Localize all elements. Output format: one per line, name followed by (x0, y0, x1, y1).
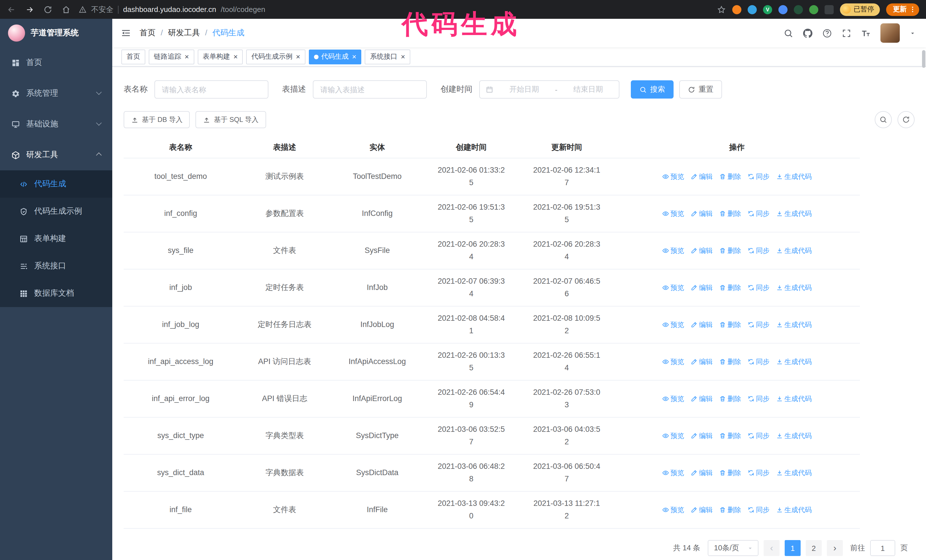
generate-code-button[interactable]: 生成代码 (776, 207, 812, 220)
edit-button[interactable]: 编辑 (690, 245, 713, 257)
generate-code-button[interactable]: 生成代码 (776, 318, 812, 331)
sync-button[interactable]: 同步 (747, 355, 770, 368)
sql-import-button[interactable]: 基于 SQL 导入 (196, 111, 266, 128)
reload-icon[interactable] (43, 5, 53, 14)
avatar-caret-icon[interactable] (909, 30, 916, 36)
back-icon[interactable] (7, 5, 16, 14)
create-time-range-picker[interactable]: 开始日期 - 结束日期 (479, 80, 619, 98)
preview-button[interactable]: 预览 (662, 355, 684, 368)
prev-page-button[interactable]: ‹ (764, 540, 779, 556)
fullscreen-icon[interactable] (842, 28, 851, 38)
generate-code-button[interactable]: 生成代码 (776, 355, 812, 368)
extension-icon-6[interactable] (809, 5, 818, 14)
tab-3[interactable]: 表单构建× (197, 49, 243, 64)
edit-button[interactable]: 编辑 (690, 392, 713, 405)
breadcrumb-item-2[interactable]: 研发工具 (168, 28, 213, 38)
preview-button[interactable]: 预览 (662, 318, 684, 331)
paused-badge[interactable]: 已暂停 (840, 3, 880, 16)
extension-icon-4[interactable] (778, 5, 788, 14)
db-import-button[interactable]: 基于 DB 导入 (124, 111, 190, 128)
sidebar-item-3[interactable]: 基础设施 (0, 109, 112, 140)
tab-2[interactable]: 链路追踪× (149, 49, 194, 64)
update-button[interactable]: 更新 (886, 3, 919, 16)
generate-code-button[interactable]: 生成代码 (776, 281, 812, 294)
sync-button[interactable]: 同步 (747, 281, 770, 294)
delete-button[interactable]: 删除 (719, 466, 741, 479)
search-button[interactable]: 搜索 (631, 80, 673, 98)
bookmark-star-icon[interactable] (717, 5, 726, 14)
user-avatar[interactable] (881, 23, 900, 43)
breadcrumb-item-1[interactable]: 首页 (139, 28, 168, 38)
delete-button[interactable]: 删除 (719, 171, 741, 183)
sidebar-subitem-3[interactable]: 表单构建 (0, 225, 112, 252)
sidebar-logo[interactable]: 芋道管理系统 (0, 19, 112, 47)
address-bar[interactable]: 不安全 dashboard.yudao.iocoder.cn/tool/code… (79, 4, 710, 15)
browser-home-icon[interactable] (62, 5, 71, 14)
extension-icon-2[interactable] (747, 5, 757, 14)
sidebar-subitem-1[interactable]: 代码生成 (0, 171, 112, 198)
close-tab-icon[interactable]: × (352, 53, 356, 60)
goto-page-input[interactable] (870, 540, 895, 556)
edit-button[interactable]: 编辑 (690, 281, 713, 294)
edit-button[interactable]: 编辑 (690, 466, 713, 479)
preview-button[interactable]: 预览 (662, 245, 684, 257)
sync-button[interactable]: 同步 (747, 504, 770, 516)
edit-button[interactable]: 编辑 (690, 430, 713, 442)
page-2-button[interactable]: 2 (806, 540, 822, 556)
sidebar-toggle-icon[interactable] (121, 28, 131, 38)
generate-code-button[interactable]: 生成代码 (776, 245, 812, 257)
sync-button[interactable]: 同步 (747, 171, 770, 183)
delete-button[interactable]: 删除 (719, 207, 741, 220)
font-size-icon[interactable] (861, 28, 871, 38)
sidebar-subitem-5[interactable]: 数据库文档 (0, 280, 112, 307)
sync-button[interactable]: 同步 (747, 466, 770, 479)
close-tab-icon[interactable]: × (185, 53, 189, 60)
page-size-select[interactable]: 10条/页 (708, 540, 758, 556)
close-tab-icon[interactable]: × (401, 53, 405, 60)
tab-4[interactable]: 代码生成示例× (246, 49, 305, 64)
edit-button[interactable]: 编辑 (690, 171, 713, 183)
puzzle-extension-icon[interactable] (825, 5, 834, 14)
preview-button[interactable]: 预览 (662, 430, 684, 442)
delete-button[interactable]: 删除 (719, 281, 741, 294)
toggle-search-button[interactable] (875, 111, 892, 128)
close-tab-icon[interactable]: × (296, 53, 300, 60)
extension-icon-3[interactable]: V (763, 5, 772, 14)
edit-button[interactable]: 编辑 (690, 355, 713, 368)
sync-button[interactable]: 同步 (747, 245, 770, 257)
sidebar-subitem-4[interactable]: 系统接口 (0, 252, 112, 280)
next-page-button[interactable]: › (827, 540, 843, 556)
refresh-table-button[interactable] (897, 111, 915, 128)
reset-button[interactable]: 重置 (679, 80, 722, 98)
sync-button[interactable]: 同步 (747, 207, 770, 220)
extension-icon-1[interactable] (732, 5, 741, 14)
table-desc-input[interactable] (313, 80, 427, 98)
sidebar-item-4[interactable]: 研发工具 (0, 140, 112, 171)
help-icon[interactable] (822, 28, 832, 38)
sidebar-subitem-2[interactable]: 代码生成示例 (0, 198, 112, 225)
preview-button[interactable]: 预览 (662, 207, 684, 220)
delete-button[interactable]: 删除 (719, 504, 741, 516)
tab-1[interactable]: 首页 (121, 49, 145, 64)
generate-code-button[interactable]: 生成代码 (776, 392, 812, 405)
preview-button[interactable]: 预览 (662, 281, 684, 294)
delete-button[interactable]: 删除 (719, 245, 741, 257)
sync-button[interactable]: 同步 (747, 318, 770, 331)
sidebar-item-2[interactable]: 系统管理 (0, 78, 112, 109)
generate-code-button[interactable]: 生成代码 (776, 171, 812, 183)
scrollbar-thumb[interactable] (922, 50, 925, 68)
preview-button[interactable]: 预览 (662, 392, 684, 405)
page-1-button[interactable]: 1 (785, 540, 800, 556)
github-icon[interactable] (803, 28, 813, 38)
edit-button[interactable]: 编辑 (690, 318, 713, 331)
extension-icon-5[interactable] (794, 5, 803, 14)
preview-button[interactable]: 预览 (662, 466, 684, 479)
kebab-menu-icon[interactable] (909, 6, 916, 13)
generate-code-button[interactable]: 生成代码 (776, 430, 812, 442)
generate-code-button[interactable]: 生成代码 (776, 466, 812, 479)
forward-icon[interactable] (25, 5, 34, 14)
delete-button[interactable]: 删除 (719, 318, 741, 331)
tab-6[interactable]: 系统接口× (365, 49, 410, 64)
sidebar-item-1[interactable]: 首页 (0, 47, 112, 78)
delete-button[interactable]: 删除 (719, 392, 741, 405)
